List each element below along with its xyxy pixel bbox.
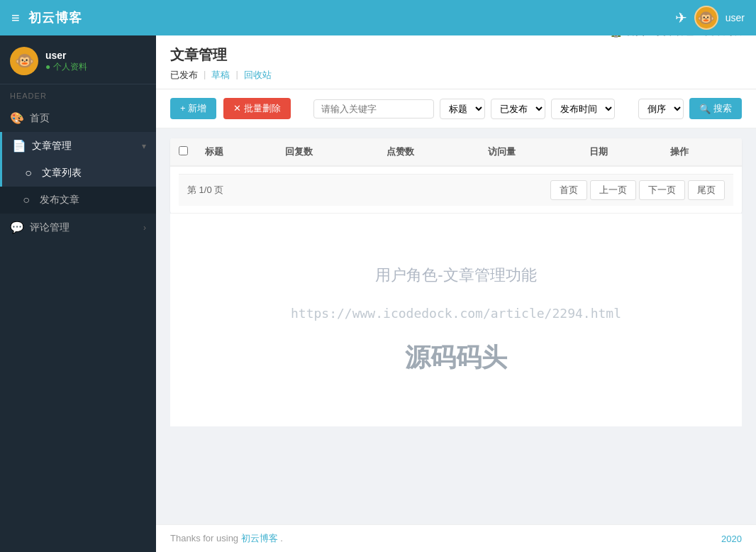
filter-sep-1: |	[204, 69, 206, 82]
avatar[interactable]: 🐵	[694, 6, 718, 30]
sidebar-item-article-list[interactable]: ○ 文章列表	[0, 160, 156, 187]
filter-links: 已发布 | 草稿 | 回收站	[170, 69, 272, 82]
sidebar-section-header: HEADER	[0, 84, 156, 104]
watermark-title: 源码码头	[405, 341, 507, 375]
sidebar-home-label: 首页	[30, 112, 146, 125]
table-pagination-row: 第 1/0 页 首页 上一页 下一页 尾页	[170, 166, 742, 214]
sidebar-avatar: 🐵	[10, 47, 38, 75]
sidebar-user: 🐵 user 个人资料	[0, 35, 156, 84]
prev-page-button[interactable]: 上一页	[590, 180, 636, 200]
footer: Thanks for using 初云博客 . 2020	[156, 524, 756, 552]
table-row: 第 1/0 页 首页 上一页 下一页 尾页	[170, 166, 742, 214]
footer-text-before: Thanks for using	[170, 533, 241, 543]
search-button[interactable]: 🔍 搜索	[689, 98, 742, 119]
search-icon: 🔍	[699, 104, 711, 114]
top-bar-right: ✈ 🐵 user	[675, 6, 745, 30]
sidebar-user-info: user 个人资料	[45, 50, 87, 73]
breadcrumb-sep-1: ›	[649, 35, 652, 38]
sort-select[interactable]: 发布时间 点赞数 访问量	[551, 99, 615, 119]
status-select[interactable]: 已发布 草稿 回收站	[491, 99, 545, 119]
table-header-checkbox	[170, 138, 196, 166]
table-header-row: 标题 回复数 点赞数 访问量 日期 操作	[170, 138, 742, 166]
article-table: 标题 回复数 点赞数 访问量 日期 操作 第 1/0 页	[170, 138, 742, 214]
table-header-likes: 点赞数	[378, 138, 479, 166]
search-input[interactable]	[313, 99, 434, 118]
search-row2: 倒序 正序 🔍 搜索	[638, 98, 742, 119]
page-buttons: 首页 上一页 下一页 尾页	[550, 180, 725, 200]
filter-published[interactable]: 已发布	[170, 69, 198, 82]
top-username: user	[726, 12, 745, 23]
sidebar-profile-link[interactable]: 个人资料	[45, 61, 87, 73]
footer-text: Thanks for using 初云博客 .	[170, 532, 283, 545]
sidebar-publish-label: 发布文章	[40, 194, 146, 206]
watermark-subtitle: 用户角色-文章管理功能	[375, 265, 536, 286]
breadcrumb-current: 文章列表	[705, 35, 742, 38]
sidebar: 🐵 user 个人资料 HEADER 🎨 首页 📄 文章管理 ▾ ○ 文章列表 …	[0, 35, 156, 552]
sidebar-article-label: 文章管理	[32, 140, 135, 153]
sidebar-sub-article: ○ 文章列表 ○ 发布文章	[0, 160, 156, 214]
main-layout: 🐵 user 个人资料 HEADER 🎨 首页 📄 文章管理 ▾ ○ 文章列表 …	[0, 35, 756, 552]
breadcrumb-sep-2: ›	[698, 35, 701, 38]
table-header-visits: 访问量	[479, 138, 581, 166]
circle-icon: ○	[22, 167, 35, 180]
search-btn-label: 搜索	[713, 102, 732, 115]
watermark-area: 用户角色-文章管理功能 https://www.icodedock.com/ar…	[170, 214, 742, 426]
order-select[interactable]: 倒序 正序	[638, 99, 684, 119]
filter-sep-2: |	[235, 69, 238, 82]
page-title-section: 文章管理 已发布 | 草稿 | 回收站	[170, 45, 272, 82]
sidebar-item-comment[interactable]: 💬 评论管理 ›	[0, 214, 156, 241]
sidebar-item-publish[interactable]: ○ 发布文章	[0, 187, 156, 214]
top-bar-left: ≡ 初云博客	[11, 9, 82, 26]
filter-draft[interactable]: 草稿	[211, 69, 230, 82]
table-header-title: 标题	[196, 138, 277, 166]
chevron-down-icon: ▾	[142, 141, 146, 151]
content-area: 文章管理 已发布 | 草稿 | 回收站 🏠 首页 › 文章管理 › 文章列表	[156, 35, 756, 552]
watermark-url: https://www.icodedock.com/article/2294.h…	[291, 306, 621, 321]
search-by-select[interactable]: 标题 内容 作者	[440, 99, 485, 119]
add-button[interactable]: + 新增	[170, 98, 216, 119]
toolbar: + 新增 ✕ 批量删除 标题 内容 作者 已发布 草稿 回收站 发布时间 点赞数	[156, 89, 756, 128]
home-icon: 🎨	[10, 111, 23, 125]
table-container: 标题 回复数 点赞数 访问量 日期 操作 第 1/0 页	[156, 128, 756, 524]
content-header: 文章管理 已发布 | 草稿 | 回收站 🏠 首页 › 文章管理 › 文章列表	[156, 35, 756, 89]
page-title: 文章管理	[170, 45, 272, 65]
comment-icon: 💬	[10, 221, 23, 234]
app-brand: 初云博客	[28, 9, 82, 26]
article-icon: 📄	[12, 139, 25, 153]
table-header-date: 日期	[581, 138, 661, 166]
sidebar-article-list-label: 文章列表	[42, 167, 146, 180]
sidebar-username: user	[45, 50, 87, 61]
table-header-replies: 回复数	[277, 138, 378, 166]
last-page-button[interactable]: 尾页	[688, 180, 725, 200]
search-area: 标题 内容 作者 已发布 草稿 回收站 发布时间 点赞数 访问量	[313, 99, 615, 119]
breadcrumb: 🏠 首页 › 文章管理 › 文章列表	[610, 35, 742, 38]
footer-link[interactable]: 初云博客	[241, 533, 278, 543]
footer-year: 2020	[721, 534, 742, 544]
first-page-button[interactable]: 首页	[550, 180, 587, 200]
chevron-right-icon: ›	[143, 223, 146, 233]
sidebar-item-home[interactable]: 🎨 首页	[0, 104, 156, 132]
batch-delete-button[interactable]: ✕ 批量删除	[223, 98, 291, 119]
sidebar-comment-label: 评论管理	[30, 221, 136, 234]
page-info: 第 1/0 页	[187, 184, 223, 197]
breadcrumb-home[interactable]: 首页	[626, 35, 645, 38]
circle2-icon: ○	[20, 194, 33, 206]
table-header-action: 操作	[662, 138, 742, 166]
filter-trash[interactable]: 回收站	[244, 69, 272, 82]
sidebar-item-article-mgmt[interactable]: 📄 文章管理 ▾	[0, 132, 156, 160]
breadcrumb-parent[interactable]: 文章管理	[657, 35, 694, 38]
breadcrumb-icon: 🏠	[610, 35, 622, 38]
navigation-icon[interactable]: ✈	[675, 9, 687, 26]
hamburger-icon[interactable]: ≡	[11, 10, 20, 26]
footer-text-after: .	[280, 533, 283, 543]
top-bar: ≡ 初云博客 ✈ 🐵 user	[0, 0, 756, 35]
next-page-button[interactable]: 下一页	[639, 180, 685, 200]
select-all-checkbox[interactable]	[179, 146, 188, 155]
pagination: 第 1/0 页 首页 上一页 下一页 尾页	[179, 174, 733, 206]
